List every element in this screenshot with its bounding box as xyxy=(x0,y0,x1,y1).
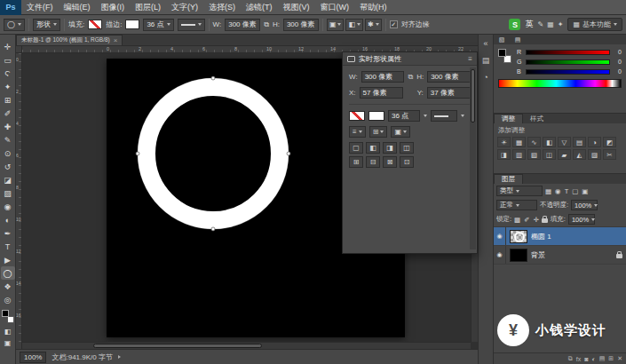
lock-all-icon[interactable] xyxy=(542,218,548,223)
stroke-align-icon[interactable]: ≡ xyxy=(349,126,366,138)
path-op-exclude-icon[interactable]: ◫ xyxy=(400,142,414,154)
zoom-level-input[interactable]: 100% xyxy=(20,352,46,363)
channel-slider[interactable] xyxy=(526,69,610,75)
vibrance-icon[interactable]: ▽ xyxy=(558,137,571,147)
menu-item[interactable]: 文字(Y) xyxy=(166,0,203,15)
path-alignment-icon[interactable]: ◧ xyxy=(345,19,363,31)
menu-item[interactable]: 编辑(E) xyxy=(59,0,96,15)
history-panel-icon[interactable]: ▤ xyxy=(482,56,490,65)
geometry-options-icon[interactable]: ✱ xyxy=(365,19,382,31)
filter-type-icon[interactable]: T xyxy=(565,187,569,195)
black-white-icon[interactable]: ◩ xyxy=(603,137,616,147)
horizontal-scrollbar[interactable] xyxy=(22,342,471,349)
panel-menu-icon[interactable]: ≡ xyxy=(468,55,472,63)
scrollbar-thumb[interactable] xyxy=(93,344,262,348)
path-op-intersect-icon[interactable]: ◨ xyxy=(383,142,397,154)
channel-slider[interactable] xyxy=(526,50,610,55)
crop-tool[interactable]: ⊞ xyxy=(1,93,15,107)
layer-name[interactable]: 背景 xyxy=(531,250,613,260)
lock-position-icon[interactable]: ✛ xyxy=(533,216,538,224)
delete-layer-icon[interactable]: ✕ xyxy=(617,355,622,362)
layer-row-ellipse-1[interactable]: ◉ 椭圆 1 xyxy=(494,227,626,246)
ellipse-tool[interactable]: ◯ xyxy=(1,266,15,280)
color-lookup-icon[interactable]: ▧ xyxy=(527,149,541,160)
layer-mask-icon[interactable]: ◙ xyxy=(584,356,588,362)
layer-style-icon[interactable]: fx xyxy=(576,356,581,362)
visibility-eye-icon[interactable]: ◉ xyxy=(494,246,506,264)
align-center-icon[interactable]: ⊟ xyxy=(366,156,380,168)
stroke-swatch[interactable] xyxy=(125,20,139,29)
menu-item[interactable]: 窗口(W) xyxy=(315,0,355,15)
link-dimensions-icon[interactable]: ⧉ xyxy=(264,20,269,29)
clone-stamp-tool[interactable]: ⊙ xyxy=(1,146,15,160)
shape-width-input[interactable]: 300 像素 xyxy=(361,71,405,83)
color-spectrum-ramp[interactable] xyxy=(498,79,622,88)
quick-selection-tool[interactable]: ✦ xyxy=(1,80,15,93)
history-brush-tool[interactable]: ↺ xyxy=(1,160,15,173)
blur-tool[interactable]: ◉ xyxy=(1,200,15,213)
stroke-style-select[interactable] xyxy=(178,19,205,31)
shape-y-input[interactable]: 37 像素 xyxy=(427,87,471,99)
collapse-dock-icon[interactable]: « xyxy=(483,39,487,48)
hand-tool[interactable]: ❖ xyxy=(1,280,15,293)
color-balance-icon[interactable]: ◑ xyxy=(588,137,601,147)
levels-icon[interactable]: ▦ xyxy=(512,137,526,147)
layer-row-background[interactable]: ◉ 背景 xyxy=(494,246,626,265)
eraser-tool[interactable]: ◪ xyxy=(1,173,15,186)
stroke-width-select[interactable]: 36 点 xyxy=(143,19,173,31)
channel-value[interactable]: 0 xyxy=(613,68,622,75)
layer-filter-select[interactable]: 类型 xyxy=(496,186,543,196)
foreground-background-colors[interactable] xyxy=(498,49,512,68)
panel-scrollbar[interactable] xyxy=(470,67,476,249)
ime-language-toggle[interactable]: 英 xyxy=(525,19,533,30)
background-color-chip[interactable] xyxy=(7,316,14,323)
menu-item[interactable]: 滤镜(T) xyxy=(241,0,278,15)
vertical-ruler[interactable]: 0246810121416 xyxy=(16,53,22,349)
workspace-switcher[interactable]: ▦ 基本功能 xyxy=(567,18,622,31)
foreground-color-chip[interactable] xyxy=(498,49,506,57)
shape-stroke-width-select[interactable]: 36 点 xyxy=(388,110,420,122)
link-layers-icon[interactable]: ⧉ xyxy=(568,355,573,362)
menu-item[interactable]: 选择(S) xyxy=(203,0,241,15)
invert-icon[interactable]: ◫ xyxy=(543,149,556,160)
app-logo[interactable]: Ps xyxy=(0,0,21,15)
filter-pixel-icon[interactable]: ▦ xyxy=(545,187,551,195)
menu-item[interactable]: 图像(I) xyxy=(96,0,131,15)
navigator-panel-icon[interactable]: ◔ xyxy=(483,73,487,82)
layer-name[interactable]: 椭圆 1 xyxy=(531,232,622,241)
foreground-color-chip[interactable] xyxy=(2,310,9,317)
opacity-input[interactable]: 100% xyxy=(571,200,598,210)
channel-value[interactable]: 0 xyxy=(613,59,622,65)
link-dimensions-icon[interactable]: ⧉ xyxy=(408,73,413,82)
width-input[interactable]: 300 像素 xyxy=(225,19,260,31)
tool-mode-select[interactable]: 形状 xyxy=(33,19,60,31)
eyedropper-tool[interactable]: ✐ xyxy=(1,107,15,120)
ime-keyboard-icon[interactable]: ▦ xyxy=(547,20,554,28)
align-edges-checkbox[interactable]: ✓ xyxy=(390,20,398,28)
healing-brush-tool[interactable]: ✚ xyxy=(1,120,15,133)
document-tab[interactable]: 未标题-1 @ 100% (椭圆 1, RGB/8) × xyxy=(16,35,123,45)
dodge-tool[interactable]: ◐ xyxy=(1,213,15,226)
move-tool[interactable]: ✛ xyxy=(1,40,15,53)
photo-filter-icon[interactable]: ◨ xyxy=(497,149,511,160)
ime-pencil-icon[interactable]: ✎ xyxy=(537,20,543,28)
pen-tool[interactable]: ✒ xyxy=(1,226,15,240)
brightness-contrast-icon[interactable]: ☀ xyxy=(497,137,511,147)
scrollbar-thumb[interactable] xyxy=(471,69,475,123)
tab-adjustments[interactable]: 调整 xyxy=(494,114,523,123)
stroke-cap-icon[interactable]: ⊞ xyxy=(369,126,388,138)
stroke-corner-icon[interactable]: ▣ xyxy=(391,126,410,138)
properties-panel-header[interactable]: 实时形状属性 ≡ xyxy=(343,52,477,66)
menu-item[interactable]: 帮助(H) xyxy=(354,0,392,15)
filter-adjustment-icon[interactable]: ◉ xyxy=(555,187,561,195)
selective-color-icon[interactable]: ✂ xyxy=(603,149,616,160)
blend-mode-select[interactable]: 正常 xyxy=(496,200,537,210)
menu-item[interactable]: 图层(L) xyxy=(130,0,166,15)
height-input[interactable]: 300 像素 xyxy=(283,19,319,31)
curves-icon[interactable]: ∿ xyxy=(527,137,541,147)
marquee-tool[interactable]: ▭ xyxy=(1,53,15,67)
lasso-tool[interactable]: Ϛ xyxy=(1,67,15,80)
channel-mixer-icon[interactable]: ▥ xyxy=(512,149,526,160)
path-op-subtract-icon[interactable]: ◧ xyxy=(366,142,380,154)
close-icon[interactable]: × xyxy=(114,36,118,44)
